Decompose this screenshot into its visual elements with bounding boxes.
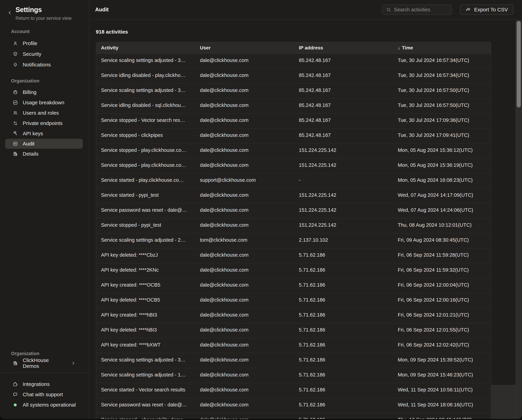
keys-icon: [13, 131, 18, 136]
table-row[interactable]: Service stopped - play.clickhouse.co… da…: [96, 159, 491, 173]
time-cell: Fri, 06 Sep 2024 12:01:55(UTC): [398, 327, 491, 333]
sidebar-item-users-and-roles[interactable]: Users and roles: [0, 108, 89, 118]
activity-cell: Service password was reset - dale@…: [101, 207, 200, 213]
chat-bubble-icon: [13, 392, 18, 397]
sidebar-item-private-endpoints[interactable]: Private endpoints: [0, 118, 89, 128]
table-row[interactable]: API key deleted: ****OCB5 dale@clickhous…: [96, 293, 491, 308]
audit-table: Activity User IP address ↓ Time Service …: [96, 42, 491, 419]
user-cell: dale@clickhouse.com: [200, 312, 299, 318]
activity-cell: Service stopped - pypi_test: [101, 222, 200, 228]
table-row[interactable]: Service scaling settings adjusted - 2… t…: [96, 233, 491, 248]
time-cell: Mon, 09 Sep 2024 15:46:23(UTC): [398, 372, 491, 378]
sidebar-item-label: Integrations: [23, 381, 50, 387]
time-cell: Fri, 06 Sep 2024 11:59:28(UTC): [398, 252, 491, 258]
user-cell: dale@clickhouse.com: [200, 102, 299, 108]
export-csv-button[interactable]: Export To CSV: [460, 4, 513, 15]
sidebar-item-notifications[interactable]: Notifications: [0, 59, 89, 70]
time-cell: Wed, 11 Sep 2024 18:06:16(UTC): [398, 402, 491, 408]
ip-address-cell: 5.71.62.186: [299, 297, 398, 303]
sidebar-item-label: Private endpoints: [23, 120, 63, 126]
column-label: Activity: [101, 45, 118, 51]
topbar: Audit Export To CSV: [90, 0, 522, 20]
ip-address-cell: 5.71.62.186: [299, 357, 398, 363]
activity-cell: Service stopped - play.clickhouse.co…: [101, 147, 200, 153]
user-cell: dale@clickhouse.com: [200, 72, 299, 78]
user-cell: dale@clickhouse.com: [200, 87, 299, 93]
user-cell: dale@clickhouse.com: [200, 252, 299, 258]
table-row[interactable]: Service scaling settings adjusted - 3… d…: [96, 84, 491, 99]
table-row[interactable]: API key deleted: ****2KNc dale@clickhous…: [96, 263, 491, 278]
table-row[interactable]: Service idling disabled - sql.clickhou… …: [96, 99, 491, 114]
scrollbar-thumb[interactable]: [517, 21, 521, 107]
section-label-organization-switcher: Organization: [11, 351, 89, 356]
bell-icon: [13, 62, 18, 67]
activity-cell: Service idling disabled - play.clickho…: [101, 72, 200, 78]
table-row[interactable]: API key created: ****hBI3 dale@clickhous…: [96, 308, 491, 323]
sidebar-item-usage-breakdown[interactable]: Usage breakdown: [0, 97, 89, 108]
user-cell: dale@clickhouse.com: [200, 282, 299, 288]
sidebar-item-label: Users and roles: [23, 110, 59, 116]
table-row[interactable]: Service stopped - play.clickhouse.co… da…: [96, 144, 491, 159]
ip-address-cell: 5.71.62.186: [299, 402, 398, 408]
ip-address-cell: 85.242.48.167: [299, 87, 398, 93]
table-row[interactable]: Service started - play.clickhouse.co… su…: [96, 173, 491, 188]
billing-card-icon: [13, 90, 18, 95]
table-row[interactable]: Service password was reset - dale@… dale…: [96, 203, 491, 218]
table-row[interactable]: API key deleted: ****CbzJ dale@clickhous…: [96, 248, 491, 263]
building-icon: [13, 361, 18, 366]
column-header-time[interactable]: ↓ Time: [398, 45, 491, 51]
time-cell: Mon, 09 Sep 2024 15:39:52(UTC): [398, 357, 491, 363]
search-input[interactable]: [394, 7, 448, 13]
table-row[interactable]: Service stopped - observability-demo dal…: [96, 413, 491, 419]
table-row[interactable]: API key created: ****bXWT dale@clickhous…: [96, 338, 491, 353]
sidebar-item-details[interactable]: Details: [0, 149, 89, 159]
time-cell: Tue, 30 Jul 2024 16:57:34(UTC): [398, 72, 491, 78]
section-label-organization: Organization: [11, 78, 89, 84]
column-label: User: [200, 45, 211, 51]
chevron-left-icon: [8, 10, 12, 15]
user-cell: dale@clickhouse.com: [200, 267, 299, 273]
table-row[interactable]: Service stopped - Vector search res… dal…: [96, 114, 491, 129]
ip-address-cell: 5.71.62.186: [299, 282, 398, 288]
search-box[interactable]: [382, 4, 452, 15]
column-header-user[interactable]: User: [200, 45, 299, 51]
user-cell: dale@clickhouse.com: [200, 357, 299, 363]
time-cell: Fri, 06 Sep 2024 12:00:04(UTC): [398, 282, 491, 288]
sort-descending-icon: ↓: [398, 45, 400, 51]
back-button[interactable]: [7, 9, 13, 16]
usage-chart-icon: [13, 100, 18, 105]
table-row[interactable]: Service stopped - clickpipes dale@clickh…: [96, 129, 491, 144]
table-row[interactable]: API key deleted: ****hBI3 dale@clickhous…: [96, 323, 491, 338]
sidebar-item-profile[interactable]: Profile: [0, 38, 89, 49]
ip-address-cell: 5.71.62.186: [299, 417, 398, 419]
table-row[interactable]: Service started - Vector search results …: [96, 383, 491, 398]
column-header-activity[interactable]: Activity: [101, 45, 200, 51]
organization-switcher[interactable]: ClickHouse Demos: [0, 358, 89, 369]
column-header-ip-address[interactable]: IP address: [299, 45, 398, 51]
user-cell: dale@clickhouse.com: [200, 372, 299, 378]
table-body: Service scaling settings adjusted - 3… d…: [96, 54, 491, 419]
page-title: Audit: [95, 7, 108, 13]
table-row[interactable]: Service started - pypi_test dale@clickho…: [96, 188, 491, 203]
table-row[interactable]: Service scaling settings adjusted - 3… d…: [96, 54, 491, 69]
table-row[interactable]: Service scaling settings adjusted - 3… d…: [96, 353, 491, 368]
table-row[interactable]: Service stopped - pypi_test dale@clickho…: [96, 218, 491, 233]
sidebar-item-integrations[interactable]: Integrations: [0, 379, 89, 389]
table-row[interactable]: Service idling disabled - play.clickho… …: [96, 69, 491, 84]
sidebar-title: Settings: [15, 6, 82, 14]
sidebar-item-api-keys[interactable]: API keys: [0, 128, 89, 139]
table-row[interactable]: Service password was reset - dale@… dale…: [96, 398, 491, 413]
sidebar-item-audit[interactable]: Audit: [5, 139, 83, 149]
table-row[interactable]: Service scaling settings adjusted - 1… d…: [96, 368, 491, 383]
export-csv-label: Export To CSV: [474, 7, 508, 13]
activity-cell: API key created: ****hBI3: [101, 312, 200, 318]
app-window: Settings Return to your service view Acc…: [0, 0, 522, 419]
sidebar-item-billing[interactable]: Billing: [0, 87, 89, 97]
time-cell: Fri, 06 Sep 2024 12:01:21(UTC): [398, 312, 491, 318]
system-status-link[interactable]: All systems operational: [0, 400, 89, 410]
sidebar-item-chat-with-support[interactable]: Chat with support: [0, 389, 89, 400]
settings-sidebar: Settings Return to your service view Acc…: [0, 0, 89, 419]
time-cell: Mon, 05 Aug 2024 15:36:12(UTC): [398, 147, 491, 153]
sidebar-item-security[interactable]: Security: [0, 49, 89, 59]
table-row[interactable]: API key created: ****OCB5 dale@clickhous…: [96, 278, 491, 293]
